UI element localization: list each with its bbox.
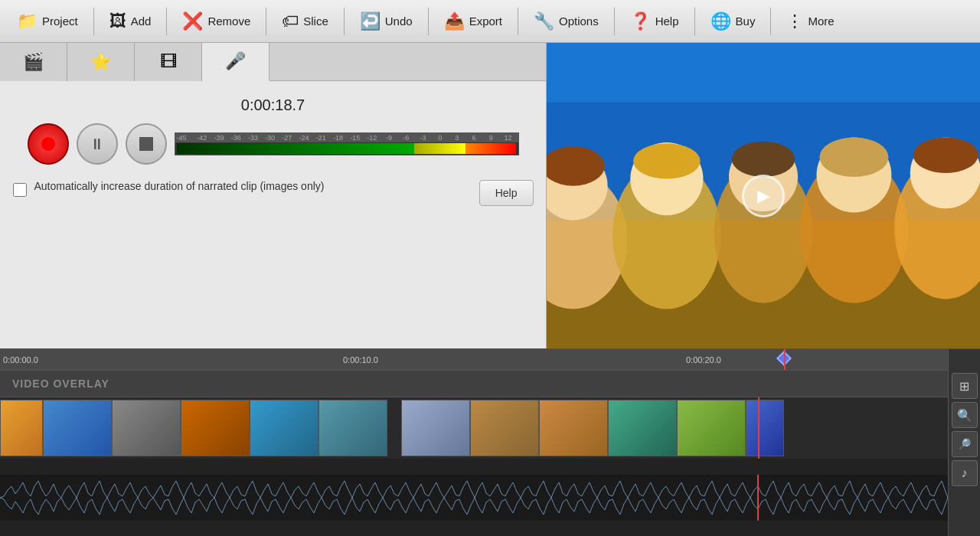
buy-label: Buy (736, 15, 756, 28)
separator (614, 8, 615, 35)
tab-narrate[interactable]: 🎤 (202, 43, 270, 81)
options-icon: 🔧 (534, 11, 554, 31)
help-narrate-button[interactable]: Help (479, 180, 534, 206)
svg-rect-18 (0, 475, 948, 521)
options-label: Options (559, 15, 599, 28)
filmstrip-row (0, 397, 948, 459)
export-icon: 📤 (444, 11, 465, 31)
project-button[interactable]: 📁 Project (6, 5, 89, 38)
film-thumb-3[interactable] (112, 400, 181, 456)
remove-icon: ❌ (182, 11, 203, 31)
film-thumb-12[interactable] (746, 400, 784, 456)
ruler-mark-20: 0:00:20.0 (686, 355, 721, 364)
waveform-display: // We'll do this with a pattern of rects (0, 475, 948, 521)
level-meter: -45 -42 -39 -36 -33 -30 -27 -24 -21 -18 … (175, 132, 519, 155)
separator (266, 8, 266, 35)
remove-button[interactable]: ❌ Remove (172, 5, 261, 38)
slice-icon: 🏷 (282, 11, 299, 31)
buy-icon: 🌐 (710, 11, 731, 31)
film-thumb-6[interactable] (318, 400, 387, 456)
add-button[interactable]: 🖼 Add (99, 5, 162, 38)
undo-icon: ↩️ (360, 11, 381, 31)
auto-duration-label: Automatically increase duration of narra… (34, 180, 472, 192)
expand-icon: ⊞ (959, 379, 969, 394)
slice-label: Slice (303, 15, 328, 28)
tab-transitions[interactable]: 🎞 (135, 43, 202, 81)
level-green (177, 143, 415, 154)
svg-point-14 (732, 142, 795, 177)
more-label: More (808, 15, 834, 28)
main-area: 🎬 ⭐ 🎞 🎤 0:00:18.7 ⏸ (0, 43, 980, 348)
preview-panel: ▶ (547, 43, 980, 348)
timeline-sidebar-expand[interactable]: ⊞ (952, 373, 978, 399)
film-thumb-11[interactable] (677, 400, 746, 456)
film-thumb-9[interactable] (539, 400, 608, 456)
filmstrip-playhead (758, 397, 760, 459)
timeline-zoom-out[interactable]: 🔎 (952, 431, 978, 457)
auto-duration-row: Automatically increase duration of narra… (13, 180, 534, 206)
zoom-in-icon: 🔍 (957, 408, 972, 423)
export-button[interactable]: 📤 Export (433, 5, 513, 38)
film-thumb-4[interactable] (181, 400, 250, 456)
film-thumb-7[interactable] (401, 400, 470, 456)
timeline-body: VIDEO OVERLAY (0, 370, 980, 536)
add-icon: 🖼 (109, 11, 126, 31)
help-button[interactable]: ❓ Help (619, 5, 690, 38)
video-overlay-label: VIDEO OVERLAY (0, 370, 948, 397)
timeline-content: VIDEO OVERLAY (0, 370, 948, 536)
buy-button[interactable]: 🌐 Buy (700, 5, 766, 38)
more-button[interactable]: ⋮ More (776, 5, 844, 38)
svg-point-16 (913, 138, 978, 173)
film-thumb-8[interactable] (470, 400, 539, 456)
microphone-icon: 🎤 (225, 51, 246, 71)
options-button[interactable]: 🔧 Options (523, 5, 609, 38)
help-narrate-label: Help (495, 187, 518, 199)
separator (694, 8, 695, 35)
audio-row: // We'll do this with a pattern of rects (0, 459, 948, 536)
slice-button[interactable]: 🏷 Slice (271, 5, 339, 38)
pause-button[interactable]: ⏸ (77, 123, 118, 165)
separator (166, 8, 167, 35)
video-overlay-text: VIDEO OVERLAY (12, 377, 109, 390)
tab-media[interactable]: 🎬 (0, 43, 67, 81)
separator (428, 8, 429, 35)
level-red (466, 143, 517, 154)
tab-bar: 🎬 ⭐ 🎞 🎤 (0, 43, 546, 81)
auto-duration-checkbox[interactable] (13, 183, 27, 197)
undo-button[interactable]: ↩️ Undo (349, 5, 423, 38)
media-icon: 🎬 (23, 52, 44, 72)
level-labels: -45 -42 -39 -36 -33 -30 -27 -24 -21 -18 … (175, 133, 518, 142)
add-label: Add (131, 15, 152, 28)
help-icon: ❓ (630, 11, 651, 31)
main-toolbar: 📁 Project 🖼 Add ❌ Remove 🏷 Slice ↩️ Undo… (0, 0, 980, 43)
separator (518, 8, 518, 35)
star-icon: ⭐ (90, 52, 111, 72)
film-thumb-10[interactable] (608, 400, 677, 456)
music-note-icon: ♪ (962, 466, 968, 480)
film-thumb-5[interactable] (250, 400, 318, 456)
film-thumb-2[interactable] (43, 400, 112, 456)
separator (93, 8, 94, 35)
timeline-audio-button[interactable]: ♪ (952, 460, 978, 486)
level-bar-container (175, 142, 518, 155)
play-button[interactable]: ▶ (742, 175, 785, 217)
timeline-ruler: 0:00:00.0 0:00:10.0 0:00:20.0 (0, 348, 980, 370)
playhead-line-ruler (784, 349, 786, 370)
svg-point-15 (819, 138, 888, 177)
film-thumb-1[interactable] (0, 400, 43, 456)
ruler-mark-10: 0:00:10.0 (343, 355, 378, 364)
timeline-area: 0:00:00.0 0:00:10.0 0:00:20.0 VIDEO OVER… (0, 348, 980, 536)
svg-point-13 (633, 143, 701, 178)
time-display: 0:00:18.7 (241, 96, 305, 114)
remove-label: Remove (207, 15, 250, 28)
help-label: Help (655, 15, 679, 28)
timeline-zoom-in[interactable]: 🔍 (952, 402, 978, 428)
tab-favorites[interactable]: ⭐ (67, 43, 135, 81)
separator (770, 8, 771, 35)
stop-button[interactable] (126, 123, 167, 165)
record-button[interactable] (28, 123, 69, 165)
level-yellow (414, 143, 466, 154)
left-panel: 🎬 ⭐ 🎞 🎤 0:00:18.7 ⏸ (0, 43, 547, 348)
pause-icon: ⏸ (90, 136, 105, 153)
ruler-mark-0: 0:00:00.0 (3, 355, 38, 364)
